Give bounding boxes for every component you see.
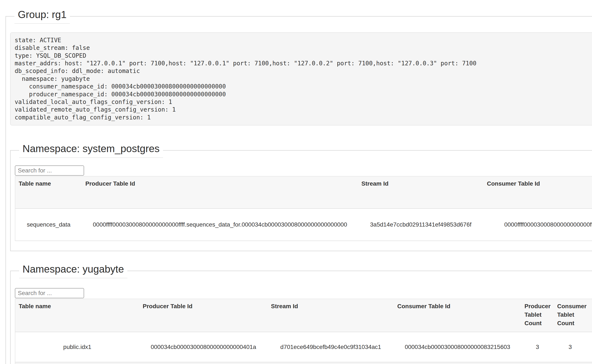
tables-table: Table name Producer Table Id Stream Id C… <box>15 299 592 364</box>
tables-table: Table name Producer Table Id Stream Id C… <box>15 176 592 241</box>
column-header-consumer-table-id[interactable]: Consumer Table Id <box>394 299 521 332</box>
column-header-producer-table-id[interactable]: Producer Table Id <box>82 176 358 208</box>
column-header-consumer-table-id[interactable]: Consumer Table Id <box>484 176 592 208</box>
group-config-block: state: ACTIVE disable_stream: false type… <box>10 32 592 125</box>
group-legend: Group: rg1 <box>14 9 70 24</box>
table-row-partially-visible <box>15 362 592 364</box>
search-input[interactable] <box>15 165 84 176</box>
cell-producer-table-id: 000034cb00003000800000000000401a <box>139 332 267 362</box>
cell-producer-table-id: 0000ffff00003000800000000000ffff.sequenc… <box>82 208 358 241</box>
cell-consumer-tablet-count: 3 <box>554 332 586 362</box>
cell-table-name: public.idx1 <box>15 332 139 362</box>
page-canvas: Group: rg1 state: ACTIVE disable_stream:… <box>0 9 592 364</box>
column-header-stream-id[interactable]: Stream Id <box>267 299 394 332</box>
cell-consumer-table-id: 0000ffff00003000800000000000ffff.s <box>484 208 592 241</box>
namespace-fieldset-system-postgres: Namespace: system_postgres Table name Pr… <box>10 143 592 251</box>
cell-stream-id: d701ece649bcefb49c4e0c9f31034ac1 <box>267 332 394 362</box>
column-header-producer-table-id[interactable]: Producer Table Id <box>139 299 267 332</box>
namespace-legend: Namespace: yugabyte <box>19 263 127 278</box>
table-header-row: Table name Producer Table Id Stream Id C… <box>15 176 592 208</box>
column-header-table-name[interactable]: Table name <box>15 176 82 208</box>
namespace-legend: Namespace: system_postgres <box>19 143 163 158</box>
replication-page: Group: rg1 state: ACTIVE disable_stream:… <box>0 0 592 364</box>
namespace-fieldset-yugabyte: Namespace: yugabyte Table name Producer … <box>10 263 592 364</box>
table-row: sequences_data 0000ffff00003000800000000… <box>15 208 592 241</box>
column-header-consumer-tablet-count[interactable]: Consumer Tablet Count <box>554 299 586 332</box>
cell-consumer-table-id: 000034cb000030008000000083215603 <box>394 332 521 362</box>
table-row: public.idx1 000034cb00003000800000000000… <box>15 332 592 362</box>
cell-producer-tablet-count: 3 <box>521 332 554 362</box>
group-fieldset: Group: rg1 state: ACTIVE disable_stream:… <box>6 9 592 364</box>
cell-empty <box>15 362 592 364</box>
column-header-spacer <box>586 299 592 332</box>
column-header-table-name[interactable]: Table name <box>15 299 139 332</box>
cell-spacer <box>586 332 592 362</box>
cell-table-name: sequences_data <box>15 208 82 241</box>
search-input[interactable] <box>15 288 84 298</box>
cell-stream-id: 3a5d14e7ccbd02911341ef49853d676f <box>358 208 484 241</box>
column-header-stream-id[interactable]: Stream Id <box>358 176 484 208</box>
table-header-row: Table name Producer Table Id Stream Id C… <box>15 299 592 332</box>
column-header-producer-tablet-count[interactable]: Producer Tablet Count <box>521 299 554 332</box>
